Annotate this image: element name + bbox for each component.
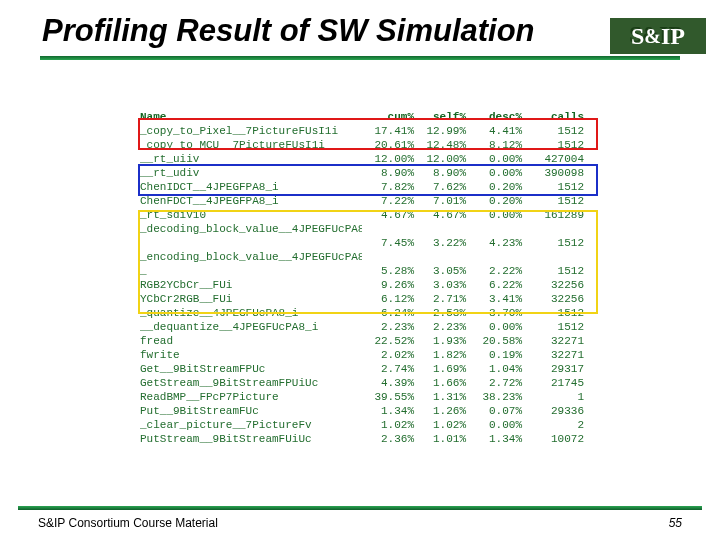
cell-self: 1.02%	[414, 418, 466, 432]
cell-name: __dequantize__4JPEGFUcPA8_i	[140, 320, 362, 334]
cell-cum: 2.23%	[362, 320, 414, 334]
footer-source: S&IP Consortium Course Material	[38, 516, 218, 530]
profiler-row: fwrite2.02%1.82%0.19%32271	[140, 348, 600, 362]
slide-title: Profiling Result of SW Simulation	[42, 13, 535, 49]
cell-calls: 29317	[522, 362, 584, 376]
cell-name: ReadBMP__FPcP7Picture	[140, 390, 362, 404]
cell-self: 1.66%	[414, 376, 466, 390]
cell-self: 1.26%	[414, 404, 466, 418]
profiler-row: GetStream__9BitStreamFPUiUc4.39%1.66%2.7…	[140, 376, 600, 390]
profiler-row: Get__9BitStreamFPUc2.74%1.69%1.04%29317	[140, 362, 600, 376]
cell-name: _clear_picture__7PictureFv	[140, 418, 362, 432]
cell-name: Put__9BitStreamFUc	[140, 404, 362, 418]
cell-calls: 21745	[522, 376, 584, 390]
cell-name: PutStream__9BitStreamFUiUc	[140, 432, 362, 446]
slide: Profiling Result of SW Simulation S&IP N…	[0, 0, 720, 540]
cell-name: GetStream__9BitStreamFPUiUc	[140, 376, 362, 390]
profiler-row: Put__9BitStreamFUc1.34%1.26%0.07%29336	[140, 404, 600, 418]
highlight-box-red	[138, 118, 598, 150]
cell-desc: 1.04%	[466, 362, 522, 376]
cell-self: 1.31%	[414, 390, 466, 404]
cell-self: 1.82%	[414, 348, 466, 362]
cell-self: 7.01%	[414, 194, 466, 208]
cell-desc: 20.58%	[466, 334, 522, 348]
cell-desc: 0.19%	[466, 348, 522, 362]
cell-desc: 2.72%	[466, 376, 522, 390]
cell-calls: 10072	[522, 432, 584, 446]
cell-calls: 2	[522, 418, 584, 432]
cell-self: 1.93%	[414, 334, 466, 348]
cell-calls: 32271	[522, 334, 584, 348]
cell-desc: 38.23%	[466, 390, 522, 404]
cell-cum: 1.34%	[362, 404, 414, 418]
cell-desc: 0.00%	[466, 418, 522, 432]
profiler-row: __dequantize__4JPEGFUcPA8_i2.23%2.23%0.0…	[140, 320, 600, 334]
profiler-row: _clear_picture__7PictureFv1.02%1.02%0.00…	[140, 418, 600, 432]
highlight-box-yellow	[138, 210, 598, 314]
cell-calls: 1	[522, 390, 584, 404]
cell-desc: 0.20%	[466, 194, 522, 208]
cell-self: 2.23%	[414, 320, 466, 334]
cell-name: fread	[140, 334, 362, 348]
cell-desc: 0.00%	[466, 320, 522, 334]
profiler-row: ChenFDCT__4JPEGFPA8_i7.22%7.01%0.20%1512	[140, 194, 600, 208]
profiler-row: PutStream__9BitStreamFUiUc2.36%1.01%1.34…	[140, 432, 600, 446]
cell-calls: 1512	[522, 194, 584, 208]
cell-desc: 1.34%	[466, 432, 522, 446]
highlight-box-blue	[138, 164, 598, 196]
cell-self: 1.69%	[414, 362, 466, 376]
cell-desc: 0.07%	[466, 404, 522, 418]
cell-calls: 1512	[522, 320, 584, 334]
cell-calls: 32271	[522, 348, 584, 362]
cell-cum: 4.39%	[362, 376, 414, 390]
footer-divider	[18, 506, 702, 510]
logo-text-s: S	[631, 23, 644, 50]
page-number: 55	[669, 516, 682, 530]
cell-name: Get__9BitStreamFPUc	[140, 362, 362, 376]
cell-cum: 1.02%	[362, 418, 414, 432]
cell-name: ChenFDCT__4JPEGFPA8_i	[140, 194, 362, 208]
cell-cum: 2.36%	[362, 432, 414, 446]
logo-text-amp: &	[644, 25, 661, 48]
brand-logo: S&IP	[610, 18, 706, 54]
profiler-row: ReadBMP__FPcP7Picture39.55%1.31%38.23%1	[140, 390, 600, 404]
title-underline	[40, 56, 680, 60]
cell-name: fwrite	[140, 348, 362, 362]
cell-cum: 2.02%	[362, 348, 414, 362]
cell-cum: 22.52%	[362, 334, 414, 348]
cell-cum: 39.55%	[362, 390, 414, 404]
cell-calls: 29336	[522, 404, 584, 418]
logo-text-ip: IP	[661, 23, 685, 50]
profiler-row: fread22.52%1.93%20.58%32271	[140, 334, 600, 348]
cell-cum: 7.22%	[362, 194, 414, 208]
cell-cum: 2.74%	[362, 362, 414, 376]
cell-self: 1.01%	[414, 432, 466, 446]
